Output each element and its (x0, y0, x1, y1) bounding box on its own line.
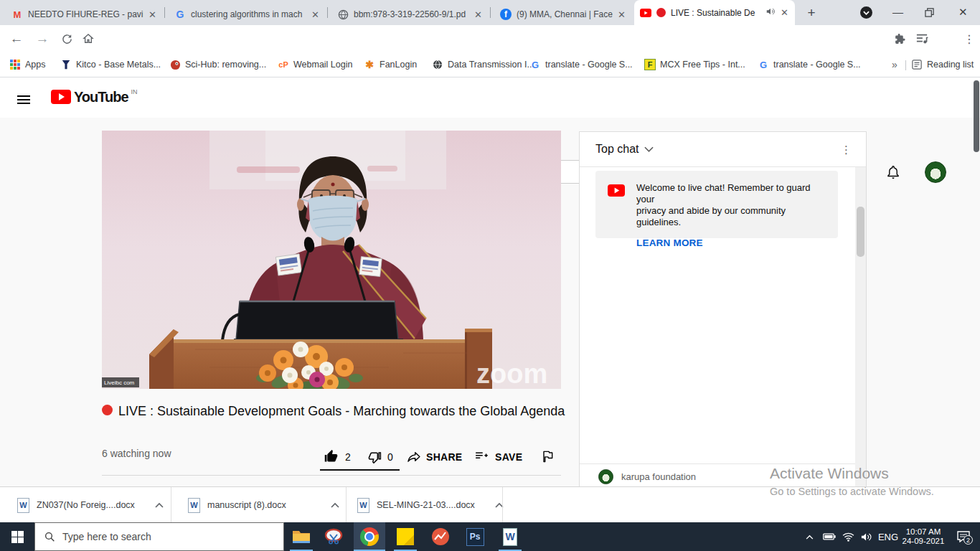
bookmark-fanlogin[interactable]: ✱ FanLogin (364, 57, 417, 72)
learn-more-link[interactable]: LEARN MORE (636, 237, 828, 248)
page-scrollbar-thumb[interactable] (974, 80, 979, 152)
tab-pdf[interactable]: bbm:978-3-319-22560-9/1.pd ✕ (331, 4, 489, 25)
fanlogin-icon: ✱ (364, 59, 375, 70)
bookmark-label: Apps (25, 60, 46, 70)
dislike-count: 0 (387, 451, 393, 463)
bookmarks-overflow-chevron[interactable]: » (892, 57, 897, 72)
clock-date: 24-09-2021 (903, 537, 945, 546)
welcome-text-line1: Welcome to live chat! Remember to guard … (636, 182, 828, 205)
tab-close-icon[interactable]: ✕ (781, 7, 789, 18)
download-item[interactable]: W ZN037(No Foreig....docx (17, 487, 164, 523)
bookmark-webmail[interactable]: cP Webmail Login (278, 57, 352, 72)
save-label[interactable]: SAVE (495, 451, 522, 463)
bookmark-kitco[interactable]: Kitco - Base Metals... (60, 57, 161, 72)
snipping-tool-icon[interactable] (319, 522, 350, 551)
taskbar-clock[interactable]: 10:07 AM 24-09-2021 (900, 522, 947, 551)
chat-header: Top chat ⋮ (580, 132, 866, 167)
tab-close-icon[interactable]: ✕ (618, 9, 626, 20)
chat-input-row[interactable]: karupa foundation (580, 463, 855, 489)
share-label[interactable]: SHARE (426, 451, 463, 463)
tab-close-icon[interactable]: ✕ (149, 9, 157, 20)
window-close-button[interactable]: ✕ (958, 6, 968, 19)
download-item[interactable]: W manuscript (8).docx (188, 487, 339, 523)
save-button[interactable] (473, 449, 489, 465)
bookmark-scihub[interactable]: Sci-Hub: removing... (169, 57, 266, 72)
bookmark-label: Kitco - Base Metals... (76, 60, 161, 70)
bookmark-translate-2[interactable]: G translate - Google S... (758, 57, 861, 72)
chevron-down-icon[interactable] (644, 146, 654, 153)
tab-close-icon[interactable]: ✕ (311, 9, 320, 20)
photoshop-icon[interactable]: Ps (459, 522, 491, 551)
downloads-bar: W ZN037(No Foreig....docx W manuscript (… (0, 486, 980, 522)
language-indicator[interactable]: ENG (877, 522, 900, 551)
back-button[interactable]: ← (9, 31, 24, 47)
chat-scrollbar-thumb[interactable] (857, 207, 864, 257)
bookmark-datatransmission[interactable]: Data Transmission I... (432, 57, 534, 72)
chat-scrollbar-track[interactable] (855, 167, 866, 487)
reading-list-icon (911, 59, 923, 70)
action-center-icon[interactable]: 2 (953, 522, 974, 551)
like-button[interactable] (324, 449, 339, 465)
media-controls-icon[interactable] (914, 31, 930, 47)
tab-gmail[interactable]: M NEEDTO FIHURE-REG - pavib ✕ (6, 4, 163, 25)
youtube-logo[interactable]: YouTube IN (51, 90, 138, 104)
download-item[interactable]: W SEL-MING-21-03....docx (357, 487, 504, 523)
kitco-icon (60, 59, 72, 70)
chevron-up-icon[interactable] (155, 502, 164, 508)
downloads-divider (502, 487, 503, 523)
window-restore-button[interactable] (925, 7, 934, 20)
forward-button[interactable]: → (34, 31, 50, 47)
windows-taskbar: Type here to search Ps W (0, 522, 980, 551)
share-button[interactable] (406, 449, 422, 465)
tab-separator (490, 7, 491, 18)
chrome-icon[interactable] (354, 522, 385, 551)
live-emoji-icon (102, 405, 113, 415)
chrome-status-icon[interactable] (860, 6, 872, 19)
chevron-up-icon[interactable] (331, 502, 339, 508)
guide-hamburger-icon[interactable] (17, 93, 30, 106)
chat-mode-label[interactable]: Top chat (595, 143, 639, 156)
wifi-icon[interactable] (839, 522, 857, 551)
tab-facebook[interactable]: f (9) MMA, Chennai | Facebook ✕ (494, 4, 632, 25)
bookmark-label: Data Transmission I... (448, 60, 534, 70)
tab-youtube-active[interactable]: LIVE : Sustainable De ✕ (634, 0, 795, 25)
new-tab-button[interactable]: + (803, 4, 820, 22)
bookmark-label: translate - Google S... (773, 60, 861, 70)
file-explorer-icon[interactable] (286, 522, 317, 551)
youtube-icon (608, 184, 625, 199)
overflow-label: » (892, 59, 897, 70)
extensions-puzzle-icon[interactable] (892, 31, 908, 47)
tray-chevron-up-icon[interactable] (802, 522, 816, 551)
volume-icon[interactable] (858, 522, 875, 551)
battery-icon[interactable] (821, 522, 838, 551)
origin-app-icon[interactable] (425, 522, 456, 551)
chat-user-avatar[interactable] (598, 469, 613, 484)
sticky-notes-icon[interactable] (390, 522, 421, 551)
tab-audio-icon[interactable] (765, 6, 776, 19)
home-button[interactable] (80, 31, 96, 47)
account-avatar[interactable] (925, 161, 946, 183)
reload-button[interactable] (59, 31, 75, 47)
chat-menu-icon[interactable]: ⋮ (841, 143, 852, 156)
window-minimize-button[interactable]: — (892, 6, 903, 19)
zoom-watermark: zoom (476, 359, 547, 389)
notifications-bell-icon[interactable] (885, 164, 902, 181)
bookmark-mcx[interactable]: F MCX Free Tips - Int... (644, 57, 745, 72)
tab-google-search[interactable]: G clustering algorithms in mach ✕ (169, 4, 326, 25)
bookmark-translate-1[interactable]: G translate - Google S... (529, 57, 633, 72)
rating-underline (320, 469, 400, 471)
report-flag-icon[interactable] (540, 449, 556, 465)
bookmark-apps[interactable]: Apps (9, 57, 46, 72)
like-count: 2 (345, 451, 351, 463)
browser-menu-icon[interactable]: ⋮ (961, 31, 977, 47)
windows-logo-icon (11, 531, 24, 543)
tab-close-icon[interactable]: ✕ (474, 9, 483, 20)
video-player[interactable]: zoom Liveibc com (102, 131, 561, 389)
content-divider (102, 475, 561, 476)
dislike-button[interactable] (367, 449, 382, 465)
word-icon[interactable]: W (494, 522, 526, 551)
start-button[interactable] (0, 522, 34, 551)
taskbar-search-box[interactable]: Type here to search (34, 522, 284, 551)
download-filename: ZN037(No Foreig....docx (37, 500, 135, 510)
reading-list-button[interactable]: Reading list (911, 57, 974, 72)
